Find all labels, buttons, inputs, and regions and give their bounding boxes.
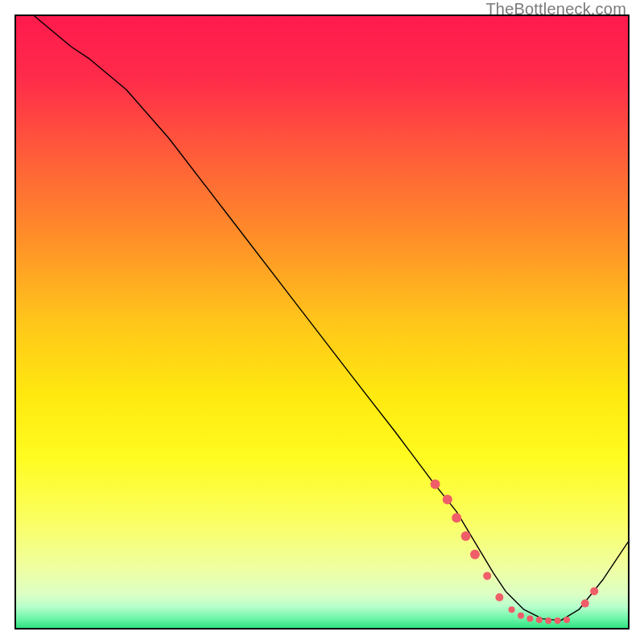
gradient-background	[16, 16, 628, 628]
data-marker	[495, 593, 503, 601]
data-marker	[431, 479, 440, 489]
plot-area	[14, 14, 630, 630]
chart-frame: TheBottleneck.com	[0, 0, 644, 644]
data-marker	[581, 600, 589, 608]
data-marker	[518, 613, 524, 619]
data-marker	[470, 550, 480, 559]
data-marker	[509, 606, 515, 613]
data-marker	[483, 572, 491, 580]
data-marker	[564, 617, 570, 623]
data-marker	[536, 617, 543, 623]
data-marker	[443, 494, 452, 504]
chart-svg	[16, 16, 628, 628]
data-marker	[526, 616, 533, 622]
data-marker	[461, 531, 471, 541]
data-marker	[545, 617, 551, 624]
data-marker	[452, 513, 461, 522]
data-marker	[590, 587, 598, 595]
data-marker	[555, 617, 561, 624]
